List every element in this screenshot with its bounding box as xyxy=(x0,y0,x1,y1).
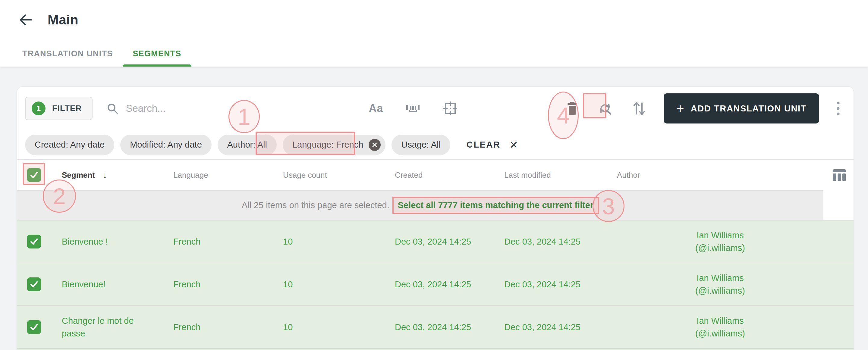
selection-banner: All 25 items on this page are selected. … xyxy=(17,190,824,221)
filter-button[interactable]: 1 FILTER xyxy=(25,97,93,120)
table-row[interactable]: Bienvenue! French 10 Dec 03, 2024 14:25 … xyxy=(17,263,854,306)
main-area: 1 FILTER Aa xyxy=(0,67,868,350)
segment-cell[interactable]: Bienvenue ! xyxy=(62,235,173,248)
match-case-icon: Aa xyxy=(369,102,383,115)
kebab-vertical-icon xyxy=(836,101,840,116)
find-replace-icon xyxy=(597,101,613,116)
sort-descending-icon[interactable]: ↓ xyxy=(103,170,107,180)
segment-header-label: Segment xyxy=(62,170,95,180)
page-header: Main TRANSLATION UNITS SEGMENTS xyxy=(0,0,868,67)
filter-chips-row: Created: Any date Modified: Any date Aut… xyxy=(17,130,854,160)
select-all-matching-link[interactable]: Select all 7777 items matching the curre… xyxy=(393,197,599,214)
author-handle: (@i.williams) xyxy=(695,242,745,254)
author-name: Ian Williams xyxy=(696,229,744,242)
language-cell: French xyxy=(173,237,283,247)
banner-spacer xyxy=(824,190,854,221)
chip-modified-label: Modified: Any date xyxy=(130,140,202,150)
column-header-segment[interactable]: Segment ↓ xyxy=(62,170,173,180)
last-modified-cell: Dec 03, 2024 14:25 xyxy=(504,322,617,332)
toolbar: 1 FILTER Aa xyxy=(17,87,854,130)
arrow-up-down-icon xyxy=(632,101,647,116)
whole-word-icon xyxy=(405,102,421,115)
remove-language-filter-icon[interactable] xyxy=(369,139,381,151)
search-option-icons: Aa xyxy=(367,99,460,118)
sort-order-button[interactable] xyxy=(630,99,649,118)
author-cell: Ian Williams (@i.williams) xyxy=(617,229,824,254)
table-header-row: Segment ↓ Language Usage count Created L… xyxy=(17,160,854,190)
chip-language-label: Language: French xyxy=(292,140,363,150)
chip-modified[interactable]: Modified: Any date xyxy=(120,135,212,155)
column-header-usage-count[interactable]: Usage count xyxy=(283,170,395,180)
delete-selected-button[interactable] xyxy=(564,99,581,118)
next-row-partial xyxy=(17,349,854,350)
author-handle: (@i.williams) xyxy=(695,327,745,340)
page-title: Main xyxy=(48,12,79,27)
whole-word-button[interactable] xyxy=(403,100,423,117)
row-checkbox[interactable] xyxy=(27,235,41,249)
column-header-last-modified[interactable]: Last modified xyxy=(504,170,617,180)
column-header-author[interactable]: Author xyxy=(617,170,824,180)
language-cell: French xyxy=(173,280,283,289)
filter-button-label: FILTER xyxy=(52,104,82,113)
chip-author[interactable]: Author: All xyxy=(218,135,277,155)
selection-frame-button[interactable] xyxy=(441,99,460,118)
clear-filters-label: CLEAR xyxy=(467,140,500,150)
search-input[interactable] xyxy=(126,103,318,114)
row-checkbox[interactable] xyxy=(27,278,41,291)
selection-banner-row: All 25 items on this page are selected. … xyxy=(17,190,854,221)
author-name: Ian Williams xyxy=(696,314,744,327)
find-replace-button[interactable] xyxy=(595,99,615,118)
toolbar-actions: + ADD TRANSLATION UNIT xyxy=(564,93,842,124)
last-modified-cell: Dec 03, 2024 14:25 xyxy=(504,280,617,289)
table-row[interactable]: Bienvenue ! French 10 Dec 03, 2024 14:25… xyxy=(17,221,854,263)
filter-count-badge: 1 xyxy=(32,101,45,115)
usage-count-cell: 10 xyxy=(283,322,395,332)
table-columns-icon xyxy=(832,168,846,182)
author-handle: (@i.williams) xyxy=(695,284,745,297)
table-row[interactable]: Changer le mot de passe French 10 Dec 03… xyxy=(17,306,854,349)
chip-author-label: Author: All xyxy=(227,140,267,150)
match-case-button[interactable]: Aa xyxy=(367,100,385,117)
trash-icon xyxy=(566,101,579,116)
clear-x-icon: ✕ xyxy=(509,139,518,151)
segment-cell[interactable]: Bienvenue! xyxy=(62,278,173,291)
plus-icon: + xyxy=(676,102,684,115)
tab-segments[interactable]: SEGMENTS xyxy=(123,41,191,67)
more-options-button[interactable] xyxy=(834,99,842,118)
selection-banner-text: All 25 items on this page are selected. xyxy=(242,200,390,210)
chip-language[interactable]: Language: French xyxy=(283,135,385,155)
clear-filters-button[interactable]: CLEAR ✕ xyxy=(467,139,518,151)
segment-cell[interactable]: Changer le mot de passe xyxy=(62,314,173,340)
created-cell: Dec 03, 2024 14:25 xyxy=(395,280,504,289)
column-header-language[interactable]: Language xyxy=(173,170,283,180)
row-checkbox[interactable] xyxy=(27,320,41,334)
chip-created[interactable]: Created: Any date xyxy=(25,135,114,155)
usage-count-cell: 10 xyxy=(283,237,395,247)
add-translation-unit-button[interactable]: + ADD TRANSLATION UNIT xyxy=(664,93,819,124)
usage-count-cell: 10 xyxy=(283,280,395,289)
author-name: Ian Williams xyxy=(696,272,744,284)
back-button[interactable] xyxy=(18,11,34,28)
last-modified-cell: Dec 03, 2024 14:25 xyxy=(504,237,617,247)
language-cell: French xyxy=(173,322,283,332)
tab-translation-units[interactable]: TRANSLATION UNITS xyxy=(12,41,123,67)
search-icon xyxy=(106,102,119,115)
search-bar xyxy=(106,102,344,115)
arrow-left-icon xyxy=(19,13,33,27)
created-cell: Dec 03, 2024 14:25 xyxy=(395,322,504,332)
created-cell: Dec 03, 2024 14:25 xyxy=(395,237,504,247)
chip-created-label: Created: Any date xyxy=(35,140,104,150)
segments-card: 1 FILTER Aa xyxy=(17,87,854,350)
select-all-checkbox[interactable] xyxy=(27,168,41,182)
column-header-created[interactable]: Created xyxy=(395,170,504,180)
add-translation-unit-label: ADD TRANSLATION UNIT xyxy=(691,104,807,114)
tab-bar: TRANSLATION UNITS SEGMENTS xyxy=(12,41,191,67)
chip-usage[interactable]: Usage: All xyxy=(392,135,450,155)
chip-usage-label: Usage: All xyxy=(401,140,441,150)
author-cell: Ian Williams (@i.williams) xyxy=(617,272,824,297)
selection-frame-icon xyxy=(442,101,458,116)
manage-columns-button[interactable] xyxy=(832,168,846,182)
author-cell: Ian Williams (@i.williams) xyxy=(617,314,824,340)
